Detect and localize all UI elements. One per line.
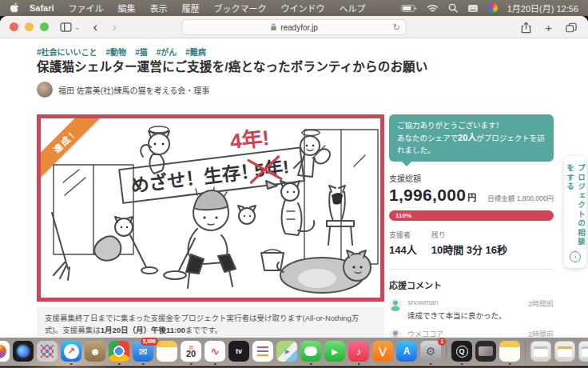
search-icon[interactable] bbox=[448, 3, 458, 13]
total-label: 支援総額 bbox=[389, 172, 554, 184]
tab-overview-icon[interactable] bbox=[566, 22, 577, 33]
app-store-icon[interactable]: A bbox=[396, 341, 417, 362]
consult-tab-label: プロジェクトの相談をする bbox=[564, 164, 586, 247]
maps-icon[interactable]: ➤ bbox=[276, 341, 297, 362]
visitor-count: 20人 bbox=[458, 133, 476, 142]
currency-unit: 円 bbox=[467, 190, 476, 203]
input-switcher-icon[interactable] bbox=[467, 4, 479, 13]
menu-item-view[interactable]: 表示 bbox=[143, 2, 175, 14]
wave-app-icon[interactable]: ∿ bbox=[205, 341, 225, 362]
forward-button[interactable]: › bbox=[112, 20, 117, 34]
tag-link[interactable]: #猫 bbox=[135, 46, 148, 58]
author-row[interactable]: 福田 佐富美(社)練馬の猫を考える会・理事 bbox=[37, 82, 209, 98]
close-button[interactable] bbox=[10, 22, 18, 31]
menu-item-window[interactable]: ウインドウ bbox=[274, 2, 332, 14]
banner-new-goal: 4年! bbox=[228, 126, 270, 154]
minimized-window-icon[interactable] bbox=[554, 341, 575, 362]
apple-tv-icon[interactable]: tv bbox=[228, 341, 249, 362]
project-consult-tab[interactable]: プロジェクトの相談をする › bbox=[564, 156, 586, 268]
page-title: 保護猫シェルター運営にご支援を/癌となったボランティからのお願い bbox=[37, 57, 428, 74]
safari-icon[interactable]: ↗ bbox=[61, 341, 81, 362]
reminders-icon[interactable] bbox=[252, 341, 273, 362]
messages-icon[interactable] bbox=[300, 341, 321, 362]
menu-item-help[interactable]: ヘルプ bbox=[332, 2, 373, 14]
siri-icon[interactable] bbox=[13, 341, 34, 362]
textedit-icon[interactable] bbox=[499, 341, 520, 362]
music-icon[interactable]: ♪ bbox=[348, 341, 369, 362]
menu-item-safari[interactable]: Safari bbox=[22, 3, 62, 13]
tag-link[interactable]: #がん bbox=[157, 46, 177, 58]
sidebar-chevron-icon[interactable]: ⌄ bbox=[74, 23, 81, 31]
menu-clock[interactable]: 1月20日(月) 12:56 bbox=[507, 2, 578, 14]
share-thanks-bubble: ご協力ありがとうございます！ あなたのシェアで20人がプロジェクトを訪れました。 bbox=[389, 114, 554, 162]
campaign-illustration: 達成！ めざせ！生存！ 5年! 4年! bbox=[37, 114, 384, 302]
window-controls bbox=[10, 22, 49, 31]
safari-window: ⌄ ‹ › readyfor.jp ↻ + #社会にいいこと #動物 #猫 #が… bbox=[0, 16, 588, 338]
battery-icon[interactable] bbox=[401, 4, 417, 13]
menu-item-bookmarks[interactable]: ブックマーク bbox=[207, 2, 274, 14]
quicktime-icon[interactable]: Q bbox=[451, 341, 472, 362]
menu-item-edit[interactable]: 編集 bbox=[111, 2, 143, 14]
progress-percent: 110% bbox=[395, 212, 411, 219]
funding-note: 支援募集終了日までに集まった支援金をプロジェクト実行者は受け取ります(All-o… bbox=[37, 307, 384, 338]
author-name: 福田 佐富美(社)練馬の猫を考える会・理事 bbox=[58, 84, 209, 96]
goal-amount: 目標金額 1,800,000円 bbox=[487, 193, 554, 202]
launchpad-icon[interactable] bbox=[37, 341, 58, 362]
chrome-icon[interactable] bbox=[109, 341, 129, 362]
contacts-icon[interactable]: ☻ bbox=[85, 341, 105, 362]
sidebar-toggle-icon[interactable] bbox=[60, 22, 72, 32]
new-tab-icon[interactable]: + bbox=[545, 21, 552, 34]
comments-title: 応援コメント bbox=[389, 278, 554, 291]
menu-item-file[interactable]: ファイル bbox=[62, 2, 111, 14]
tag-list: #社会にいいこと #動物 #猫 #がん #難病 bbox=[37, 46, 206, 58]
notes-icon[interactable] bbox=[157, 341, 177, 362]
address-bar[interactable]: readyfor.jp ↻ bbox=[181, 19, 407, 35]
tag-link[interactable]: #社会にいいこと bbox=[37, 46, 97, 58]
banner-old-goal: 5年! bbox=[253, 156, 290, 181]
dock-separator bbox=[446, 341, 447, 362]
system-settings-icon[interactable]: ⚙1 bbox=[420, 341, 441, 362]
mail-badge: 5,996 bbox=[141, 338, 158, 346]
comment-item: snowman2時間前 達成できて本当に良かった。 bbox=[389, 298, 554, 322]
tag-link[interactable]: #難病 bbox=[185, 46, 206, 58]
dock: ☺ ↗ ☻ ✉5,996 月20 ∿ tv ➤ ▶ ♪ ⋁ A ⚙1 Q bbox=[0, 337, 588, 366]
minimized-window-icon[interactable] bbox=[530, 341, 551, 362]
books-icon[interactable]: ⋁ bbox=[372, 341, 393, 362]
menu-bar: Safari ファイル 編集 表示 履歴 ブックマーク ウインドウ ヘルプ 1月… bbox=[0, 0, 588, 16]
share-icon[interactable] bbox=[521, 22, 531, 34]
tag-link[interactable]: #動物 bbox=[106, 46, 127, 58]
desktop: { "menubar": { "items": ["Safari","ファイル"… bbox=[0, 0, 588, 368]
calendar-day: 20 bbox=[186, 350, 196, 358]
photos-icon[interactable] bbox=[0, 341, 10, 362]
zoom-button[interactable] bbox=[40, 22, 49, 31]
chevron-right-icon: › bbox=[570, 251, 581, 262]
page-content: #社会にいいこと #動物 #猫 #がん #難病 保護猫シェルター運営にご支援を/… bbox=[0, 38, 588, 338]
divider bbox=[389, 269, 554, 270]
settings-badge: 1 bbox=[438, 338, 446, 346]
wifi-icon[interactable] bbox=[427, 4, 439, 13]
back-button[interactable]: ‹ bbox=[93, 20, 98, 34]
minimized-window-icon[interactable] bbox=[578, 341, 588, 362]
facetime-icon[interactable]: ▶ bbox=[324, 341, 345, 362]
mail-icon[interactable]: ✉5,996 bbox=[133, 341, 153, 362]
screenshot-app-icon[interactable] bbox=[475, 341, 496, 362]
time-remaining-stat: 残り 10時間 3分 16秒 bbox=[431, 230, 507, 257]
remaining-value: 10時間 3分 16秒 bbox=[431, 242, 507, 257]
supporters-stat: 支援者 144人 bbox=[389, 230, 417, 257]
commenter-name[interactable]: snowman bbox=[407, 298, 439, 309]
progress-bar: 110% bbox=[389, 210, 554, 221]
menu-item-history[interactable]: 履歴 bbox=[175, 2, 207, 14]
url-text: readyfor.jp bbox=[280, 23, 318, 32]
apple-menu-icon[interactable] bbox=[10, 2, 19, 14]
minimize-button[interactable] bbox=[25, 22, 34, 31]
commenter-avatar bbox=[389, 298, 402, 311]
illustration-scene: めざせ！生存！ 5年! 4年! bbox=[41, 118, 380, 298]
calendar-icon[interactable]: 月20 bbox=[181, 341, 201, 362]
comment-text: 達成できて本当に良かった。 bbox=[407, 310, 554, 322]
reload-icon[interactable]: ↻ bbox=[393, 22, 400, 33]
control-center-icon[interactable] bbox=[488, 3, 498, 13]
comment-time: 2時間前 bbox=[528, 298, 554, 309]
funding-sidebar: ご協力ありがとうございます！ あなたのシェアで20人がプロジェクトを訪れました。… bbox=[389, 114, 554, 338]
browser-toolbar: ⌄ ‹ › readyfor.jp ↻ + bbox=[0, 16, 588, 38]
supporters-value: 144人 bbox=[389, 242, 417, 257]
